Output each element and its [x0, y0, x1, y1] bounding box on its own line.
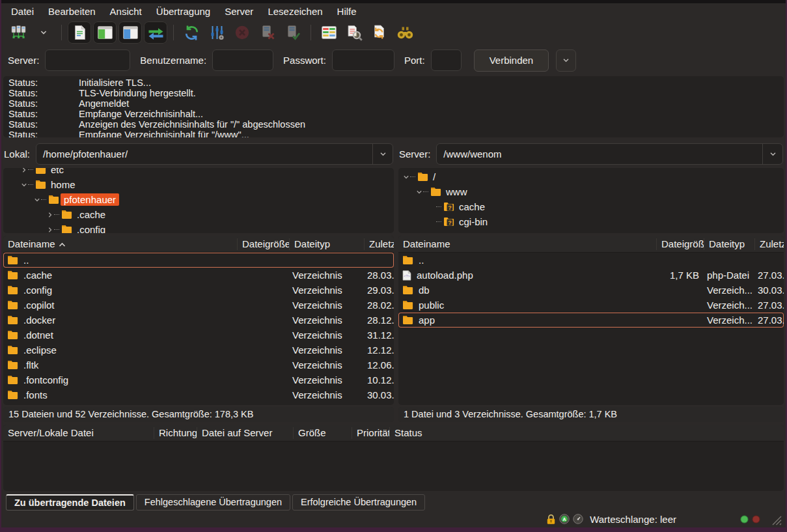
column-header[interactable]: Dateiname	[398, 238, 657, 250]
menu-item[interactable]: Lesezeichen	[260, 5, 329, 18]
local-list-header: Dateiname Dateigröße Dateityp	[3, 236, 394, 253]
menu-item[interactable]: Datei	[4, 5, 41, 18]
file-row[interactable]: .gitlab Verzeichnis 30.03.	[3, 402, 394, 405]
file-type-icon	[7, 375, 18, 385]
directory-comparison-button[interactable]	[317, 21, 340, 44]
filter-button[interactable]	[205, 21, 228, 44]
toolbar-separator	[61, 25, 62, 40]
expander-icon[interactable]	[415, 189, 423, 195]
file-row[interactable]: .fontconfig Verzeichnis 10.12.	[3, 372, 394, 387]
file-search-button[interactable]	[342, 21, 366, 44]
tree-item[interactable]: ? cgi-bin	[398, 214, 784, 229]
tree-item[interactable]: ? cache	[398, 199, 784, 214]
column-header[interactable]: Zuletzt geändert	[365, 238, 394, 250]
disconnect-button[interactable]	[256, 21, 279, 44]
speed-limits-icon[interactable]	[573, 514, 583, 524]
menu-item[interactable]: Bearbeiten	[41, 5, 103, 18]
toggle-message-log-button[interactable]	[68, 21, 91, 44]
column-header[interactable]: Dateiname	[3, 238, 238, 250]
file-row[interactable]: .config Verzeichnis 29.03.	[3, 283, 394, 298]
column-header[interactable]: Dateityp	[704, 238, 755, 250]
queue-tab[interactable]: Fehlgeschlagene Übertragungen	[136, 494, 290, 511]
tree-item[interactable]: www	[398, 184, 784, 199]
remote-directory-tree[interactable]: / www ? c	[398, 168, 784, 233]
pane-splitter[interactable]	[394, 139, 398, 423]
menu-item[interactable]: Hilfe	[330, 5, 364, 18]
expander-icon[interactable]	[46, 212, 54, 218]
server-label: Server:	[8, 55, 39, 66]
column-header[interactable]: Zuletzt geändert	[755, 238, 784, 250]
cancel-button[interactable]	[230, 21, 254, 44]
username-label: Benutzername:	[140, 55, 206, 66]
connect-button[interactable]: Verbinden	[474, 49, 549, 72]
queue-status-text: Warteschlange: leer	[590, 514, 676, 525]
expander-icon[interactable]	[33, 197, 41, 203]
column-header[interactable]: Dateigröße	[238, 238, 290, 250]
file-row[interactable]: ..	[398, 253, 784, 268]
column-header[interactable]: Priorität	[352, 427, 390, 439]
file-type-icon	[7, 345, 18, 355]
tree-item[interactable]: .config	[3, 222, 394, 233]
queue-tabs: Zu übertragende Dateien Fehlgeschlagene …	[1, 492, 786, 511]
refresh-button[interactable]	[180, 21, 203, 44]
username-input[interactable]	[212, 49, 273, 71]
site-manager-dropdown-button[interactable]	[32, 21, 55, 44]
file-row[interactable]: ..	[3, 253, 394, 268]
find-files-button[interactable]	[393, 21, 417, 44]
port-input[interactable]	[431, 49, 462, 71]
file-row[interactable]: .eclipse Verzeichnis 12.12.	[3, 343, 394, 357]
file-row[interactable]: app Verzeich... 27.03.	[398, 313, 784, 328]
file-row[interactable]: public Verzeich... 27.03.	[398, 298, 784, 313]
expander-icon[interactable]	[20, 182, 28, 188]
site-manager-button[interactable]	[7, 21, 30, 44]
expander-icon[interactable]	[46, 227, 54, 233]
tree-item[interactable]: pfotenhauer	[3, 192, 394, 207]
server-input[interactable]	[45, 49, 130, 71]
file-row[interactable]: .copilot Verzeichnis 28.02.	[3, 298, 394, 313]
synchronized-browsing-button[interactable]	[368, 21, 391, 44]
transfer-type-icon[interactable]: A	[559, 514, 570, 524]
quickconnect-bar: Server: Benutzername: Passwort: Port: Ve…	[1, 46, 786, 75]
file-row[interactable]: <?>autoload.php 1,7 KB php-Datei 27.03.	[398, 268, 784, 283]
local-path-dropdown[interactable]	[372, 144, 393, 164]
tree-item[interactable]: .cache	[3, 207, 394, 222]
column-header[interactable]: Dateityp	[290, 238, 365, 250]
remote-file-list: Dateiname Dateigröße Dateityp	[398, 236, 784, 405]
toggle-remote-tree-button[interactable]	[118, 21, 142, 44]
toggle-local-tree-button[interactable]	[93, 21, 117, 44]
tree-item[interactable]: home	[3, 177, 394, 192]
tree-item[interactable]: /	[398, 169, 784, 184]
column-header[interactable]: Status	[390, 427, 784, 439]
file-row[interactable]: .docker Verzeichnis 28.12.	[3, 313, 394, 328]
connect-dropdown-button[interactable]	[556, 49, 576, 72]
menu-item[interactable]: Übertragung	[149, 5, 217, 18]
queue-tab[interactable]: Zu übertragende Dateien	[6, 494, 134, 511]
expander-icon[interactable]	[402, 174, 410, 180]
password-input[interactable]	[332, 49, 394, 71]
file-row[interactable]: .fonts Verzeichnis 30.03.	[3, 387, 394, 402]
column-header[interactable]: Größe	[294, 427, 352, 439]
menu-item[interactable]: Ansicht	[103, 5, 149, 18]
file-row[interactable]: .fltk Verzeichnis 12.06.	[3, 357, 394, 372]
column-header[interactable]: Server/Lokale Datei	[3, 427, 154, 439]
file-row[interactable]: db Verzeich... 30.03.	[398, 283, 784, 298]
resize-grip[interactable]	[769, 513, 782, 525]
tree-item[interactable]: etc	[3, 168, 394, 177]
reconnect-button[interactable]	[281, 21, 305, 44]
toggle-transfer-queue-button[interactable]	[144, 21, 167, 44]
column-header[interactable]: Richtung	[154, 427, 197, 439]
log-row: Status: Anzeigen des Verzeichnisinhalts …	[3, 119, 784, 130]
lock-icon[interactable]	[546, 514, 556, 525]
queue-tab[interactable]: Erfolgreiche Übertragungen	[292, 494, 425, 511]
remote-path-combobox[interactable]: /www/wenom	[436, 143, 783, 165]
menu-item[interactable]: Server	[217, 5, 260, 18]
local-path-combobox[interactable]: /home/pfotenhauer/	[36, 143, 393, 165]
expander-icon[interactable]	[20, 168, 28, 173]
file-row[interactable]: .cache Verzeichnis 28.03.	[3, 268, 394, 283]
file-row[interactable]: .dotnet Verzeichnis 31.12.	[3, 328, 394, 343]
tree-guide	[41, 199, 46, 200]
column-header[interactable]: Dateigröße	[657, 238, 704, 250]
column-header[interactable]: Datei auf Server	[197, 427, 294, 439]
remote-path-dropdown[interactable]	[762, 144, 782, 164]
local-directory-tree[interactable]: etc home	[3, 168, 394, 233]
